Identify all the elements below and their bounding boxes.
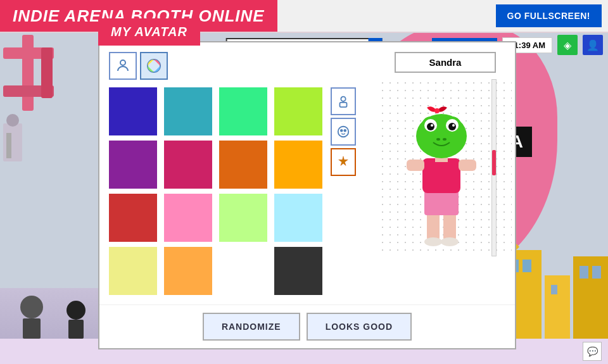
svg-point-33 xyxy=(338,127,349,137)
color-swatch-4[interactable] xyxy=(109,141,157,189)
portrait-scroll-btn[interactable] xyxy=(331,87,356,115)
svg-point-31 xyxy=(341,97,345,101)
svg-point-22 xyxy=(66,301,86,320)
svg-point-38 xyxy=(424,237,442,246)
svg-point-54 xyxy=(436,138,440,141)
face-scroll-btn[interactable] xyxy=(331,118,356,146)
color-swatch-5[interactable] xyxy=(164,141,212,189)
person-icon-badge[interactable]: 👤 xyxy=(583,35,603,55)
svg-point-29 xyxy=(120,60,125,65)
looks-good-button[interactable]: LOOKS GOOD xyxy=(307,313,412,341)
person-icon: 👤 xyxy=(586,39,599,51)
modal-footer: RANDOMIZE LOOKS GOOD xyxy=(99,304,515,348)
color-swatch-1[interactable] xyxy=(164,87,212,135)
color-swatch-2[interactable] xyxy=(219,87,267,135)
colors-tab-button[interactable] xyxy=(140,52,168,80)
avatar-canvas xyxy=(379,79,512,256)
svg-rect-4 xyxy=(3,123,22,161)
svg-rect-10 xyxy=(573,256,608,339)
fullscreen-button[interactable]: GO FULLSCREEN! xyxy=(496,4,602,27)
svg-rect-0 xyxy=(22,35,34,111)
svg-point-53 xyxy=(452,124,455,127)
svg-point-56 xyxy=(434,108,440,113)
avatar-modal-header: MY AVATAR xyxy=(98,18,200,46)
randomize-button[interactable]: RANDOMIZE xyxy=(203,313,300,341)
svg-rect-16 xyxy=(580,266,588,279)
scroll-panel xyxy=(331,52,360,295)
svg-point-5 xyxy=(6,114,19,127)
svg-rect-42 xyxy=(407,160,424,171)
avatar-figure-svg xyxy=(394,82,489,253)
color-swatch-13[interactable] xyxy=(164,247,212,295)
svg-point-39 xyxy=(441,237,459,246)
top-banner: INDIE ARENA BOOTH ONLINE GO FULLSCREEN! xyxy=(0,0,608,33)
color-grid xyxy=(109,87,324,295)
svg-point-52 xyxy=(431,124,433,127)
chat-icon: 💬 xyxy=(587,346,598,356)
svg-rect-3 xyxy=(41,47,53,98)
svg-rect-43 xyxy=(459,160,476,171)
left-arm-decoration xyxy=(3,35,86,161)
color-swatch-11[interactable] xyxy=(274,194,322,242)
svg-rect-14 xyxy=(522,260,531,272)
color-swatch-0[interactable] xyxy=(109,87,157,135)
color-swatch-7[interactable] xyxy=(274,141,322,189)
color-swatch-8[interactable] xyxy=(109,194,157,242)
color-swatch-6[interactable] xyxy=(219,141,267,189)
color-swatch-3[interactable] xyxy=(274,87,322,135)
avatar-modal-title: MY AVATAR xyxy=(111,25,187,39)
avatar-modal-body xyxy=(99,42,515,304)
tab-row xyxy=(109,52,324,80)
color-swatch-15[interactable] xyxy=(274,247,322,295)
svg-point-34 xyxy=(341,130,343,132)
color-swatch-14[interactable] xyxy=(219,247,267,295)
color-swatch-9[interactable] xyxy=(164,194,212,242)
svg-rect-21 xyxy=(23,318,41,339)
map-icon-badge[interactable]: ◈ xyxy=(557,35,578,55)
color-swatch-10[interactable] xyxy=(219,194,267,242)
avatar-scroll-thumb xyxy=(492,150,496,175)
svg-rect-32 xyxy=(340,103,347,107)
chat-icon-button[interactable]: 💬 xyxy=(583,342,602,361)
avatar-modal: MY AVATAR xyxy=(98,41,516,349)
svg-rect-15 xyxy=(551,285,557,294)
svg-point-51 xyxy=(448,123,456,130)
svg-rect-17 xyxy=(592,266,601,279)
body-tab-button[interactable] xyxy=(109,52,137,80)
avatar-preview-panel xyxy=(379,52,512,295)
svg-rect-23 xyxy=(68,320,84,339)
special-scroll-btn[interactable] xyxy=(331,148,356,176)
svg-point-55 xyxy=(443,138,446,141)
svg-point-20 xyxy=(20,296,43,318)
color-panel xyxy=(109,52,324,295)
svg-rect-6 xyxy=(6,133,11,158)
avatar-scroll-bar[interactable] xyxy=(491,79,497,256)
svg-point-35 xyxy=(344,130,346,132)
avatar-name-input[interactable] xyxy=(395,52,496,73)
color-swatch-12[interactable] xyxy=(109,247,157,295)
svg-point-50 xyxy=(427,123,434,130)
svg-rect-41 xyxy=(422,158,460,193)
map-icon: ◈ xyxy=(564,39,571,51)
